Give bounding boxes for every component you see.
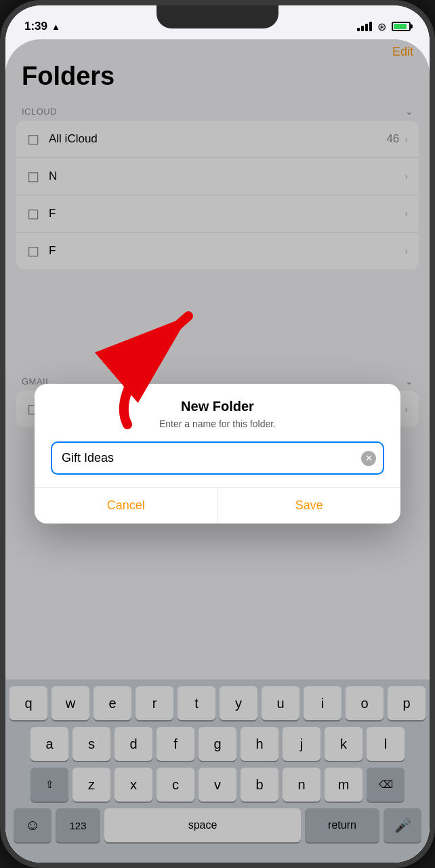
input-clear-button[interactable]: ✕ [361, 451, 376, 466]
dialog-title: New Folder [51, 399, 384, 414]
battery-icon [392, 22, 411, 31]
time-display: 1:39 [24, 20, 47, 33]
battery-fill [394, 24, 407, 29]
cancel-button[interactable]: Cancel [35, 488, 218, 524]
content-area: Edit Folders ICLOUD ⌄ ◻ All iCloud 46 › … [5, 39, 430, 863]
dialog-subtitle: Enter a name for this folder. [51, 418, 384, 429]
new-folder-dialog: New Folder Enter a name for this folder.… [35, 384, 400, 524]
notch [157, 5, 278, 28]
phone-frame: 1:39 ▲ ⊛ Edit [0, 0, 435, 868]
folder-name-input[interactable] [51, 441, 384, 475]
dialog-input-wrapper: ✕ [51, 441, 384, 475]
signal-icon [357, 22, 372, 31]
wifi-icon: ⊛ [377, 20, 386, 33]
status-time: 1:39 ▲ [24, 20, 60, 33]
dialog-buttons: Cancel Save [35, 487, 400, 524]
save-button[interactable]: Save [218, 488, 401, 524]
phone-screen: 1:39 ▲ ⊛ Edit [5, 5, 430, 863]
location-arrow-icon: ▲ [51, 22, 60, 32]
dialog-content: New Folder Enter a name for this folder.… [35, 384, 400, 475]
status-icons: ⊛ [357, 20, 411, 33]
